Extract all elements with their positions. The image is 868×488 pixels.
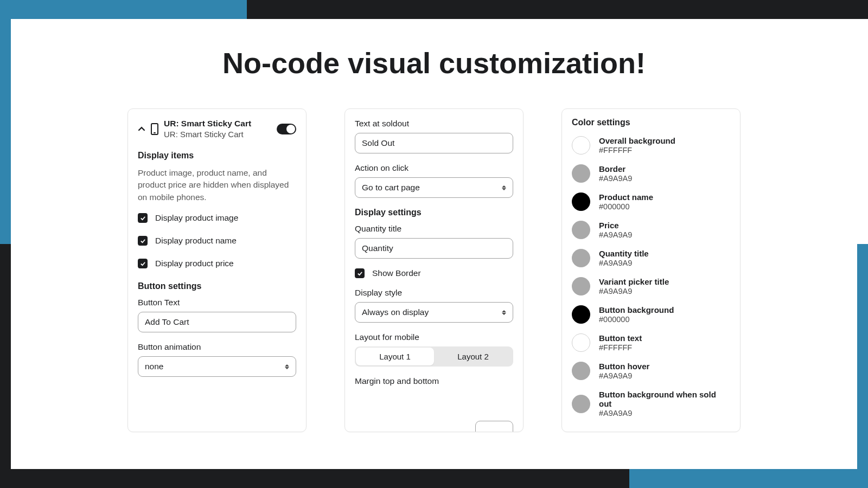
color-hex: #A9A9A9 [599,174,730,183]
block-subtitle: UR: Smart Sticky Cart [164,130,271,139]
color-hex: #A9A9A9 [599,259,730,267]
mobile-icon [151,123,158,135]
color-swatch[interactable] [572,277,590,296]
color-name: Price [599,221,730,230]
color-hex: #A9A9A9 [599,371,730,380]
color-hex: #A9A9A9 [599,230,730,239]
color-row[interactable]: Price#A9A9A9 [572,221,730,239]
soldout-text-label: Text at soldout [355,119,513,129]
enable-toggle[interactable] [277,124,296,134]
layout-segmented-control: Layout 1 Layout 2 [355,346,513,367]
color-swatch[interactable] [572,333,590,352]
display-items-description: Product image, product name, and product… [138,167,296,203]
color-row[interactable]: Button background#000000 [572,305,730,324]
margin-input[interactable] [475,421,513,432]
color-name: Button text [599,333,730,343]
button-text-label: Button Text [138,298,296,307]
checkbox-label: Display product image [155,213,238,223]
display-items-heading: Display items [138,151,296,160]
color-hex: #A9A9A9 [599,409,730,418]
color-hex: #FFFFFF [599,343,730,352]
color-swatch[interactable] [572,305,590,324]
soldout-text-input[interactable] [355,133,513,153]
display-style-label: Display style [355,288,513,298]
color-name: Border [599,164,730,174]
quantity-title-label: Quantity title [355,224,513,234]
color-hex: #A9A9A9 [599,287,730,296]
margin-label: Margin top and bottom [355,376,513,386]
button-animation-label: Button animation [138,342,296,352]
color-hex: #000000 [599,202,730,211]
color-row[interactable]: Product name#000000 [572,192,730,211]
color-swatch[interactable] [572,164,590,183]
color-row[interactable]: Variant picker title#A9A9A9 [572,277,730,296]
checkbox-show-border[interactable] [355,268,365,278]
color-hex: #000000 [599,315,730,324]
color-row[interactable]: Border#A9A9A9 [572,164,730,183]
bg-dark-top [247,0,868,19]
checkbox-label: Display product price [155,259,234,268]
select-caret-icon [502,310,506,315]
action-on-click-select[interactable]: Go to cart page [355,177,513,198]
color-swatch[interactable] [572,136,590,155]
action-on-click-label: Action on click [355,163,513,173]
button-text-input[interactable] [138,312,296,332]
layout-option-1[interactable]: Layout 1 [356,348,434,365]
color-row[interactable]: Button background when sold out#A9A9A9 [572,390,730,418]
color-name: Overall background [599,136,730,145]
color-name: Button background when sold out [599,390,730,408]
checkbox-product-name[interactable] [138,236,148,246]
color-row[interactable]: Button hover#A9A9A9 [572,362,730,380]
color-name: Product name [599,192,730,202]
color-name: Quantity title [599,249,730,258]
select-value: Go to cart page [362,183,420,192]
page-title: No-code visual customization! [0,46,868,80]
checkbox-product-image[interactable] [138,213,148,223]
color-swatch[interactable] [572,395,590,413]
color-swatch[interactable] [572,362,590,380]
color-swatch[interactable] [572,192,590,211]
select-caret-icon [285,364,289,369]
quantity-title-input[interactable] [355,238,513,259]
panel-display-items: UR: Smart Sticky Cart UR: Smart Sticky C… [127,108,307,432]
color-row[interactable]: Overall background#FFFFFF [572,136,730,155]
button-settings-heading: Button settings [138,281,296,291]
checkbox-label: Show Border [372,268,421,278]
layout-mobile-label: Layout for mobile [355,332,513,342]
button-animation-select[interactable]: none [138,356,296,377]
display-settings-heading: Display settings [355,208,513,217]
select-caret-icon [502,185,506,190]
color-name: Button background [599,305,730,314]
checkbox-product-price[interactable] [138,259,148,268]
color-name: Button hover [599,362,730,371]
color-row[interactable]: Button text#FFFFFF [572,333,730,352]
color-swatch[interactable] [572,249,590,267]
panel-display-settings: Text at soldout Action on click Go to ca… [344,108,524,432]
color-name: Variant picker title [599,277,730,286]
color-settings-heading: Color settings [572,109,730,127]
layout-option-2[interactable]: Layout 2 [434,348,512,365]
color-hex: #FFFFFF [599,146,730,155]
select-value: none [145,362,163,371]
color-row[interactable]: Quantity title#A9A9A9 [572,249,730,267]
block-title: UR: Smart Sticky Cart [164,119,271,129]
display-style-select[interactable]: Always on display [355,302,513,323]
panel-color-settings: Color settings Overall background#FFFFFF… [561,108,741,432]
collapse-icon[interactable] [138,125,145,133]
checkbox-label: Display product name [155,236,237,246]
select-value: Always on display [362,307,429,317]
color-swatch[interactable] [572,221,590,239]
